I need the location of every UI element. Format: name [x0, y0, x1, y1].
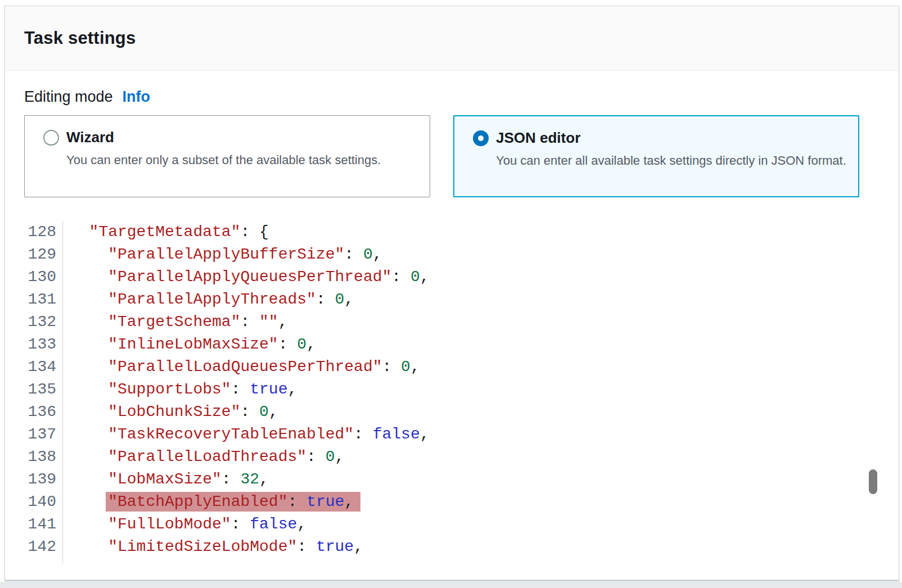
token-punct: ,: [259, 471, 269, 488]
token-punct: ,: [344, 493, 354, 510]
token-punct: ,: [420, 426, 430, 443]
token-number: 0: [363, 246, 373, 263]
line-content: "TargetMetadata": {: [89, 223, 269, 241]
page-background-strip: [0, 582, 902, 588]
highlighted-match: "BatchApplyEnabled": true,: [106, 492, 360, 512]
token-string: "TargetMetadata": [89, 223, 241, 241]
editor-line[interactable]: "TaskRecoveryTableEnabled": false,: [70, 423, 898, 446]
token-punct: :: [278, 336, 297, 353]
line-content: "TaskRecoveryTableEnabled": false,: [108, 426, 429, 443]
line-content: "InlineLobMaxSize": 0,: [108, 336, 316, 353]
token-string: "ParallelApplyQueuesPerThread": [108, 268, 391, 286]
token-punct: :: [231, 381, 250, 398]
token-boolean: false: [250, 515, 297, 533]
token-punct: :: [231, 515, 250, 533]
line-number: 142: [5, 536, 56, 558]
token-punct: ,: [420, 268, 430, 286]
line-number: 131: [5, 288, 56, 311]
editor-line[interactable]: "TargetMetadata": {: [70, 221, 898, 243]
line-number: 139: [5, 468, 56, 491]
token-string: "LimitedSizeLobMode": [108, 538, 297, 555]
token-string: "ParallelApplyBufferSize": [108, 246, 344, 263]
token-boolean: true: [250, 381, 287, 398]
token-boolean: true: [306, 493, 344, 510]
token-string: "InlineLobMaxSize": [108, 336, 278, 353]
editor-line[interactable]: "ParallelApplyThreads": 0,: [70, 288, 898, 311]
token-punct: ,: [411, 358, 420, 376]
editor-line[interactable]: "InlineLobMaxSize": 0,: [70, 333, 898, 356]
token-punct: :: [306, 448, 326, 465]
token-punct: :: [240, 403, 259, 420]
token-number: 0: [297, 336, 306, 353]
line-content: "ParallelApplyBufferSize": 0,: [108, 246, 382, 263]
line-number: 137: [5, 423, 56, 446]
token-punct: ,: [278, 313, 288, 331]
token-punct: ,: [269, 403, 278, 420]
token-number: 0: [259, 403, 269, 420]
panel-header: Task settings: [5, 6, 899, 71]
editing-mode-label: Editing mode: [24, 88, 113, 106]
option-description: You can enter only a subset of the avail…: [66, 150, 431, 170]
token-punct: :: [316, 291, 335, 308]
token-punct: ,: [373, 246, 382, 263]
editor-line[interactable]: "ParallelLoadThreads": 0,: [70, 446, 898, 468]
token-boolean: true: [316, 538, 354, 555]
token-string: "": [259, 313, 278, 331]
line-content: "LobMaxSize": 32,: [108, 471, 269, 488]
token-string: "LobChunkSize": [108, 403, 240, 420]
token-number: 32: [240, 471, 259, 488]
info-link[interactable]: Info: [123, 88, 150, 106]
line-number: 134: [5, 356, 56, 378]
scrollbar-thumb[interactable]: [869, 469, 877, 494]
task-settings-panel: Task settings Editing mode Info Wizard Y…: [4, 6, 899, 580]
token-punct: :: [391, 268, 411, 286]
editor-code-area[interactable]: "TargetMetadata": {"ParallelApplyBufferS…: [63, 221, 898, 564]
editing-mode-row: Editing mode Info: [24, 88, 150, 106]
token-string: "FullLobMode": [108, 515, 231, 533]
line-number: 140: [5, 491, 56, 513]
editor-line[interactable]: "BatchApplyEnabled": true,: [70, 491, 898, 513]
editor-line[interactable]: "SupportLobs": true,: [70, 378, 898, 401]
option-title: JSON editor: [496, 129, 580, 147]
line-number: 128: [5, 221, 56, 243]
token-punct: :: [287, 493, 306, 510]
token-punct: :: [354, 426, 373, 443]
editor-line[interactable]: "ParallelApplyQueuesPerThread": 0,: [70, 266, 898, 288]
token-punct: ,: [297, 515, 306, 533]
line-content: "ParallelApplyQueuesPerThread": 0,: [108, 268, 429, 286]
token-string: "TaskRecoveryTableEnabled": [108, 426, 354, 443]
line-content: "ParallelApplyThreads": 0,: [108, 291, 354, 308]
line-content: "ParallelLoadThreads": 0,: [108, 448, 344, 465]
editor-line[interactable]: "ParallelApplyBufferSize": 0,: [70, 243, 898, 266]
editor-line[interactable]: "LobMaxSize": 32,: [70, 468, 898, 491]
editor-line-number-gutter: 1281291301311321331341351361371381391401…: [5, 221, 63, 564]
editor-line[interactable]: "FullLobMode": false,: [70, 513, 898, 536]
editor-line[interactable]: "LobChunkSize": 0,: [70, 401, 898, 423]
token-number: 0: [326, 448, 335, 465]
line-number: 132: [5, 311, 56, 333]
token-number: 0: [335, 291, 344, 308]
editor-line[interactable]: "LimitedSizeLobMode": true,: [70, 536, 898, 558]
option-title: Wizard: [66, 129, 114, 146]
radio-selected-icon[interactable]: [473, 130, 489, 146]
radio-unselected-icon[interactable]: [43, 130, 59, 146]
line-content: "LobChunkSize": 0,: [108, 403, 278, 420]
line-number: 141: [5, 513, 56, 536]
token-string: "ParallelLoadQueuesPerThread": [108, 358, 382, 376]
token-punct: ,: [344, 291, 354, 308]
line-number: 129: [5, 243, 56, 266]
line-number: 135: [5, 378, 56, 401]
panel-title: Task settings: [24, 28, 136, 48]
editor-line[interactable]: "ParallelLoadQueuesPerThread": 0,: [70, 356, 898, 378]
json-editor[interactable]: 1281291301311321331341351361371381391401…: [5, 221, 898, 564]
token-punct: : {: [240, 223, 268, 241]
token-string: "BatchApplyEnabled": [108, 493, 287, 510]
line-number: 133: [5, 333, 56, 356]
token-number: 0: [411, 268, 420, 286]
editing-mode-option-wizard[interactable]: Wizard You can enter only a subset of th…: [24, 115, 430, 197]
token-punct: ,: [354, 538, 363, 555]
token-string: "ParallelLoadThreads": [108, 448, 306, 465]
line-number: 136: [5, 401, 56, 423]
editor-line[interactable]: "TargetSchema": "",: [70, 311, 898, 333]
editing-mode-option-json-editor[interactable]: JSON editor You can enter all available …: [453, 115, 859, 197]
